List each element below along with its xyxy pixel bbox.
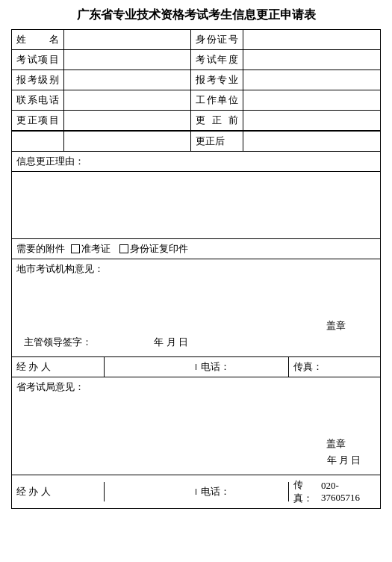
city-fax-label: 传真： [293,360,323,374]
attachments-row: 需要的附件 准考证 身份证复印件 [11,239,381,259]
province-date: 年 月 日 [327,454,361,466]
attachment-label-2: 身份证复印件 [130,242,188,256]
province-handler-label-cell: 经 办 人 [12,482,105,501]
city-signature-label: 主管领导签字： [24,336,92,348]
id-label: 身份证号 [191,30,243,50]
exam-year-label: 考试年度 [191,50,243,70]
id-value [243,30,381,50]
city-section-label: 地市考试机构意见： [16,262,376,276]
city-fax-cell: 传真： [289,357,381,377]
exam-major-value [243,70,381,90]
reason-content [11,172,381,239]
correction-item-label: 更正项目 [12,111,64,131]
city-signature-row: 主管领导签字： 年 月 日 [16,336,376,349]
attachments-label: 需要的附件 [16,242,65,256]
province-section-label: 省考试局意见： [16,380,376,394]
correction-after-row: 更正后 [12,132,381,152]
correction-item-value [64,111,191,131]
main-title: 广东省专业技术资格考试考生信息更正申请表 [11,7,381,23]
phone-value [64,90,191,111]
province-handler-row: 经 办 人 电话： 传真： 020-37605716 [11,475,381,509]
correction-after-text-label: 更正后 [191,132,243,152]
province-seal-label: 盖章 [326,438,346,449]
exam-level-label: 报考级别 [12,70,64,90]
name-value [64,30,191,50]
form-table: 姓 名 身份证号 考试项目 考试年度 报考级别 报考专业 联系电话 工作单位 [11,29,381,131]
city-seal-area: 盖章 [16,319,376,333]
attachment-checkbox-2[interactable] [119,244,128,253]
page: 广东省专业技术资格考试考生信息更正申请表 姓 名 身份证号 考试项目 考试年度 … [0,0,392,516]
province-handler-value-cell [105,489,197,495]
correction-row: 更正项目 更正前 [12,111,381,131]
attachment-label-1: 准考证 [81,242,111,256]
correction-before-label: 更正前 [191,111,243,131]
city-phone-cell: 电话： [196,357,289,377]
city-phone-label: 电话： [201,360,230,374]
exam-major-label: 报考专业 [191,70,243,90]
city-handler-value-cell [105,364,197,370]
city-section-content [16,276,376,313]
reason-label: 信息更正理由： [16,155,84,167]
name-label: 姓 名 [12,30,64,50]
phone-label: 联系电话 [12,90,64,111]
table-row: 考试项目 考试年度 [12,50,381,70]
city-date: 年 月 日 [154,336,188,348]
province-seal-area: 盖章 [16,437,376,451]
city-handler-row: 经 办 人 电话： 传真： [11,357,381,377]
province-handler-label: 经 办 人 [16,485,51,498]
correction-before-value [243,111,381,131]
table-row: 联系电话 工作单位 [12,90,381,111]
city-handler-label: 经 办 人 [16,360,51,374]
province-phone-cell: 电话： [196,482,289,501]
province-phone-label: 电话： [201,485,230,498]
province-fax-cell: 传真： 020-37605716 [289,475,381,508]
city-handler-label-cell: 经 办 人 [12,357,105,377]
province-section-content [16,394,376,431]
correction-after-before-value [64,132,191,152]
table-row: 姓 名 身份证号 [12,30,381,50]
city-section: 地市考试机构意见： 盖章 主管领导签字： 年 月 日 [11,259,381,357]
exam-year-value [243,50,381,70]
exam-item-value [64,50,191,70]
correction-after-table: 更正后 [11,131,381,152]
work-unit-value [243,90,381,111]
reason-header: 信息更正理由： [11,152,381,172]
attachment-checkbox-1[interactable] [71,244,80,253]
province-date-area: 年 月 日 [16,454,376,467]
exam-level-value [64,70,191,90]
province-fax-value: 020-37605716 [321,480,376,504]
correction-after-label [12,132,64,152]
table-row: 报考级别 报考专业 [12,70,381,90]
province-section: 省考试局意见： 盖章 年 月 日 [11,377,381,475]
province-fax-label: 传真： [293,478,322,505]
correction-after-value [243,132,381,152]
exam-item-label: 考试项目 [12,50,64,70]
work-unit-label: 工作单位 [191,90,243,111]
city-seal-label: 盖章 [326,320,346,331]
